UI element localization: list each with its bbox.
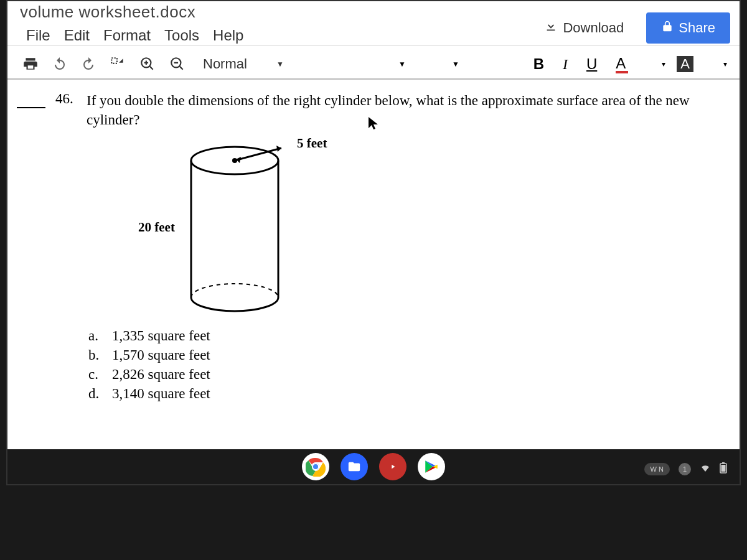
underline-button[interactable]: U — [583, 54, 601, 74]
zoom-in-icon[interactable] — [137, 55, 158, 73]
print-icon[interactable] — [20, 55, 41, 73]
redo-icon[interactable] — [78, 55, 98, 73]
lock-icon — [661, 20, 674, 36]
fit-icon[interactable] — [107, 55, 128, 73]
highlight-button[interactable]: A — [677, 56, 693, 72]
question-number: 46. — [55, 91, 77, 129]
answer-choices: a. 1,335 square feet b. 1,570 square fee… — [88, 326, 730, 403]
paragraph-style-dropdown[interactable]: Normal ▼ — [197, 54, 290, 75]
zoom-out-icon[interactable] — [167, 55, 188, 73]
download-icon — [544, 19, 558, 37]
text-color-button[interactable]: A — [612, 54, 632, 75]
answer-d: d. 3,140 square feet — [88, 384, 730, 403]
radius-label: 5 feet — [297, 136, 327, 151]
menu-help[interactable]: Help — [213, 27, 243, 44]
chevron-down-icon: ▾ — [662, 60, 665, 68]
svg-rect-14 — [722, 462, 725, 464]
height-label: 20 feet — [138, 220, 175, 235]
menu-tools[interactable]: Tools — [164, 27, 199, 44]
formatting-toolbar: Normal ▼ ▼ ▼ B I U A ▾ A ▾ — [7, 46, 740, 80]
menu-format[interactable]: Format — [103, 27, 151, 44]
size-dropdown[interactable]: ▼ — [452, 60, 459, 68]
lang-indicator[interactable]: W N — [644, 463, 670, 475]
svg-point-12 — [312, 464, 319, 470]
files-icon[interactable] — [341, 453, 368, 480]
status-tray[interactable]: W N 1 — [644, 462, 727, 475]
svg-marker-8 — [276, 146, 281, 152]
chrome-icon[interactable] — [302, 453, 329, 480]
answer-blank-line — [17, 95, 45, 108]
play-store-icon[interactable] — [418, 453, 445, 480]
answer-b: b. 1,570 square feet — [88, 345, 730, 365]
document-body[interactable]: 46. If you double the dimensions of the … — [7, 80, 740, 416]
cursor-icon — [369, 117, 380, 134]
wifi-icon[interactable] — [700, 462, 711, 475]
notification-badge[interactable]: 1 — [679, 463, 691, 475]
answer-a: a. 1,335 square feet — [88, 326, 730, 345]
chevron-down-icon: ▼ — [276, 60, 284, 68]
svg-rect-0 — [111, 58, 117, 63]
download-label: Download — [563, 20, 624, 36]
title-bar: volume worksheet.docx File Edit Format T… — [7, 1, 740, 46]
cylinder-figure: 5 feet 20 feet — [17, 136, 730, 322]
svg-marker-9 — [236, 157, 241, 163]
style-value: Normal — [203, 56, 247, 72]
svg-rect-15 — [721, 465, 726, 472]
undo-icon[interactable] — [50, 55, 70, 73]
youtube-icon[interactable] — [379, 453, 406, 480]
battery-icon[interactable] — [720, 462, 727, 475]
download-button[interactable]: Download — [533, 13, 635, 43]
share-button[interactable]: Share — [646, 12, 730, 44]
document-title: volume worksheet.docx — [20, 1, 243, 22]
menu-file[interactable]: File — [26, 27, 50, 44]
chevron-down-icon: ▾ — [723, 60, 727, 68]
font-dropdown[interactable]: ▼ — [398, 60, 406, 68]
share-label: Share — [679, 20, 715, 36]
menu-edit[interactable]: Edit — [64, 27, 90, 44]
italic-button[interactable]: I — [559, 55, 571, 74]
menu-bar: File Edit Format Tools Help — [26, 27, 243, 44]
bold-button[interactable]: B — [530, 54, 548, 74]
question-text: If you double the dimensions of the righ… — [87, 91, 728, 129]
answer-c: c. 2,826 square feet — [88, 365, 730, 384]
os-taskbar: W N 1 — [7, 449, 740, 484]
